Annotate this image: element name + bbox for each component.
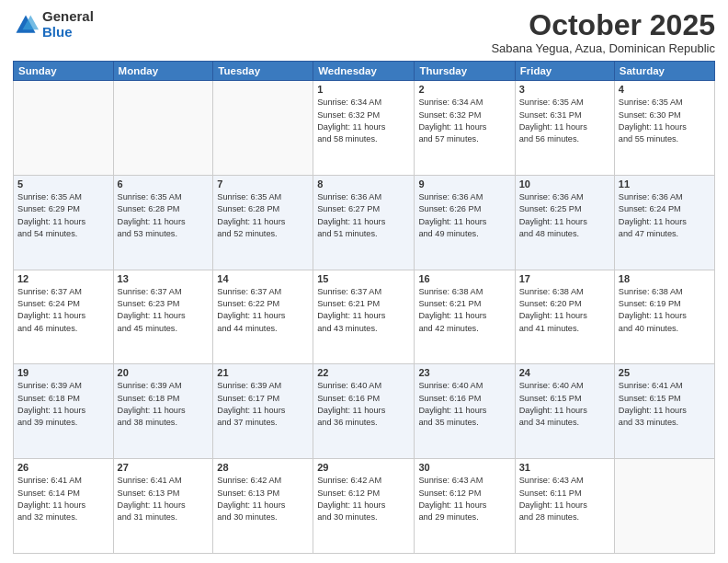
day-number: 5: [17, 178, 109, 190]
weekday-header-sunday: Sunday: [14, 62, 114, 81]
day-info: Sunrise: 6:35 AM Sunset: 6:28 PM Dayligh…: [118, 191, 210, 240]
calendar-cell: 16Sunrise: 6:38 AM Sunset: 6:21 PM Dayli…: [415, 270, 515, 364]
day-info: Sunrise: 6:37 AM Sunset: 6:24 PM Dayligh…: [17, 286, 109, 335]
calendar-cell: 29Sunrise: 6:42 AM Sunset: 6:12 PM Dayli…: [313, 459, 415, 554]
month-title: October 2025: [491, 9, 715, 41]
day-number: 6: [118, 178, 210, 190]
calendar-cell: 3Sunrise: 6:35 AM Sunset: 6:31 PM Daylig…: [515, 81, 614, 176]
calendar-cell: 26Sunrise: 6:41 AM Sunset: 6:14 PM Dayli…: [14, 459, 114, 554]
day-number: 16: [418, 273, 510, 284]
calendar-cell: 1Sunrise: 6:34 AM Sunset: 6:32 PM Daylig…: [313, 81, 415, 176]
day-number: 24: [519, 367, 610, 378]
day-info: Sunrise: 6:40 AM Sunset: 6:16 PM Dayligh…: [418, 380, 510, 429]
week-row-3: 12Sunrise: 6:37 AM Sunset: 6:24 PM Dayli…: [14, 270, 715, 364]
calendar-cell: [614, 459, 714, 554]
day-info: Sunrise: 6:39 AM Sunset: 6:18 PM Dayligh…: [17, 380, 109, 429]
calendar-cell: 23Sunrise: 6:40 AM Sunset: 6:16 PM Dayli…: [415, 364, 515, 459]
calendar-cell: 2Sunrise: 6:34 AM Sunset: 6:32 PM Daylig…: [415, 81, 515, 176]
day-number: 29: [317, 462, 410, 473]
day-number: 11: [619, 178, 711, 190]
calendar-cell: 31Sunrise: 6:43 AM Sunset: 6:11 PM Dayli…: [515, 459, 614, 554]
weekday-header-row: SundayMondayTuesdayWednesdayThursdayFrid…: [14, 62, 715, 81]
day-number: 1: [317, 84, 410, 95]
day-info: Sunrise: 6:41 AM Sunset: 6:14 PM Dayligh…: [17, 475, 109, 523]
day-number: 4: [619, 84, 711, 95]
day-number: 8: [317, 178, 410, 190]
day-number: 15: [317, 273, 410, 284]
calendar-cell: 20Sunrise: 6:39 AM Sunset: 6:18 PM Dayli…: [113, 364, 213, 459]
day-info: Sunrise: 6:40 AM Sunset: 6:15 PM Dayligh…: [519, 380, 610, 429]
calendar-cell: 18Sunrise: 6:38 AM Sunset: 6:19 PM Dayli…: [614, 270, 714, 364]
title-block: October 2025 Sabana Yegua, Azua, Dominic…: [491, 9, 715, 55]
day-number: 3: [519, 84, 610, 95]
calendar-cell: 22Sunrise: 6:40 AM Sunset: 6:16 PM Dayli…: [313, 364, 415, 459]
calendar-cell: 12Sunrise: 6:37 AM Sunset: 6:24 PM Dayli…: [14, 270, 114, 364]
calendar-cell: [213, 81, 313, 176]
calendar-cell: 13Sunrise: 6:37 AM Sunset: 6:23 PM Dayli…: [113, 270, 213, 364]
calendar-cell: 14Sunrise: 6:37 AM Sunset: 6:22 PM Dayli…: [213, 270, 313, 364]
calendar-cell: 21Sunrise: 6:39 AM Sunset: 6:17 PM Dayli…: [213, 364, 313, 459]
week-row-5: 26Sunrise: 6:41 AM Sunset: 6:14 PM Dayli…: [14, 459, 715, 554]
day-number: 19: [17, 367, 109, 378]
page: General Blue October 2025 Sabana Yegua, …: [0, 0, 728, 563]
calendar-cell: 24Sunrise: 6:40 AM Sunset: 6:15 PM Dayli…: [515, 364, 614, 459]
logo-icon: [13, 12, 39, 38]
day-info: Sunrise: 6:35 AM Sunset: 6:29 PM Dayligh…: [17, 191, 109, 240]
day-number: 25: [619, 367, 711, 378]
day-number: 12: [17, 273, 109, 284]
logo: General Blue: [13, 9, 94, 40]
calendar-cell: 7Sunrise: 6:35 AM Sunset: 6:28 PM Daylig…: [213, 175, 313, 270]
day-number: 22: [317, 367, 410, 378]
day-number: 10: [519, 178, 610, 190]
day-number: 18: [619, 273, 711, 284]
day-number: 30: [418, 462, 510, 473]
day-number: 20: [118, 367, 210, 378]
logo-text: General Blue: [42, 9, 94, 40]
day-info: Sunrise: 6:39 AM Sunset: 6:17 PM Dayligh…: [217, 380, 309, 429]
week-row-2: 5Sunrise: 6:35 AM Sunset: 6:29 PM Daylig…: [14, 175, 715, 270]
day-number: 23: [418, 367, 510, 378]
day-info: Sunrise: 6:34 AM Sunset: 6:32 PM Dayligh…: [317, 97, 410, 145]
calendar-cell: 6Sunrise: 6:35 AM Sunset: 6:28 PM Daylig…: [113, 175, 213, 270]
calendar-cell: 15Sunrise: 6:37 AM Sunset: 6:21 PM Dayli…: [313, 270, 415, 364]
logo-general: General: [42, 9, 94, 25]
calendar-cell: 9Sunrise: 6:36 AM Sunset: 6:26 PM Daylig…: [415, 175, 515, 270]
calendar-cell: 27Sunrise: 6:41 AM Sunset: 6:13 PM Dayli…: [113, 459, 213, 554]
day-info: Sunrise: 6:36 AM Sunset: 6:27 PM Dayligh…: [317, 191, 410, 240]
day-info: Sunrise: 6:35 AM Sunset: 6:31 PM Dayligh…: [519, 97, 610, 145]
day-info: Sunrise: 6:36 AM Sunset: 6:26 PM Dayligh…: [418, 191, 510, 240]
weekday-header-tuesday: Tuesday: [213, 62, 313, 81]
day-number: 7: [217, 178, 309, 190]
calendar-cell: 4Sunrise: 6:35 AM Sunset: 6:30 PM Daylig…: [614, 81, 714, 176]
calendar-cell: 11Sunrise: 6:36 AM Sunset: 6:24 PM Dayli…: [614, 175, 714, 270]
weekday-header-friday: Friday: [515, 62, 614, 81]
day-info: Sunrise: 6:35 AM Sunset: 6:28 PM Dayligh…: [217, 191, 309, 240]
calendar-cell: [14, 81, 114, 176]
day-info: Sunrise: 6:35 AM Sunset: 6:30 PM Dayligh…: [619, 97, 711, 145]
day-number: 26: [17, 462, 109, 473]
day-number: 2: [418, 84, 510, 95]
day-info: Sunrise: 6:39 AM Sunset: 6:18 PM Dayligh…: [118, 380, 210, 429]
day-info: Sunrise: 6:43 AM Sunset: 6:12 PM Dayligh…: [418, 475, 510, 523]
day-info: Sunrise: 6:42 AM Sunset: 6:12 PM Dayligh…: [317, 475, 410, 523]
day-info: Sunrise: 6:38 AM Sunset: 6:21 PM Dayligh…: [418, 286, 510, 335]
calendar-cell: 25Sunrise: 6:41 AM Sunset: 6:15 PM Dayli…: [614, 364, 714, 459]
calendar-cell: 28Sunrise: 6:42 AM Sunset: 6:13 PM Dayli…: [213, 459, 313, 554]
weekday-header-thursday: Thursday: [415, 62, 515, 81]
day-info: Sunrise: 6:34 AM Sunset: 6:32 PM Dayligh…: [418, 97, 510, 145]
day-number: 28: [217, 462, 309, 473]
day-info: Sunrise: 6:41 AM Sunset: 6:15 PM Dayligh…: [619, 380, 711, 429]
day-info: Sunrise: 6:37 AM Sunset: 6:23 PM Dayligh…: [118, 286, 210, 335]
header: General Blue October 2025 Sabana Yegua, …: [13, 9, 715, 55]
day-info: Sunrise: 6:37 AM Sunset: 6:21 PM Dayligh…: [317, 286, 410, 335]
day-info: Sunrise: 6:40 AM Sunset: 6:16 PM Dayligh…: [317, 380, 410, 429]
day-number: 14: [217, 273, 309, 284]
weekday-header-monday: Monday: [113, 62, 213, 81]
week-row-1: 1Sunrise: 6:34 AM Sunset: 6:32 PM Daylig…: [14, 81, 715, 176]
week-row-4: 19Sunrise: 6:39 AM Sunset: 6:18 PM Dayli…: [14, 364, 715, 459]
calendar-cell: 5Sunrise: 6:35 AM Sunset: 6:29 PM Daylig…: [14, 175, 114, 270]
day-info: Sunrise: 6:41 AM Sunset: 6:13 PM Dayligh…: [118, 475, 210, 523]
day-number: 21: [217, 367, 309, 378]
day-number: 13: [118, 273, 210, 284]
day-number: 9: [418, 178, 510, 190]
